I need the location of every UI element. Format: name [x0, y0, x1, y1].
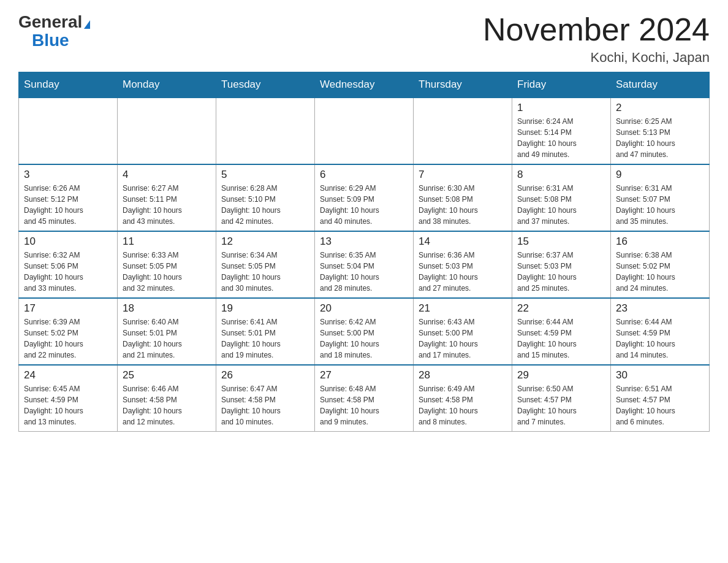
- day-info: Sunrise: 6:38 AM Sunset: 5:02 PM Dayligh…: [616, 250, 704, 294]
- day-number: 6: [320, 169, 408, 181]
- calendar-week-row: 24Sunrise: 6:45 AM Sunset: 4:59 PM Dayli…: [19, 365, 710, 432]
- calendar-cell: 22Sunrise: 6:44 AM Sunset: 4:59 PM Dayli…: [512, 298, 611, 365]
- calendar-cell: 12Sunrise: 6:34 AM Sunset: 5:05 PM Dayli…: [216, 231, 315, 298]
- day-number: 19: [221, 302, 309, 315]
- calendar-cell: [19, 98, 118, 164]
- day-number: 24: [24, 369, 112, 381]
- day-number: 8: [517, 169, 605, 181]
- calendar-cell: 4Sunrise: 6:27 AM Sunset: 5:11 PM Daylig…: [118, 164, 216, 231]
- calendar-cell: 30Sunrise: 6:51 AM Sunset: 4:57 PM Dayli…: [611, 365, 710, 432]
- day-info: Sunrise: 6:25 AM Sunset: 5:13 PM Dayligh…: [616, 116, 704, 160]
- day-info: Sunrise: 6:46 AM Sunset: 4:58 PM Dayligh…: [123, 383, 211, 427]
- day-number: 20: [320, 302, 408, 315]
- calendar-week-row: 1Sunrise: 6:24 AM Sunset: 5:14 PM Daylig…: [19, 98, 710, 164]
- day-number: 23: [616, 302, 704, 315]
- calendar-header-friday: Friday: [512, 72, 611, 98]
- calendar-cell: 13Sunrise: 6:35 AM Sunset: 5:04 PM Dayli…: [315, 231, 414, 298]
- calendar-week-row: 17Sunrise: 6:39 AM Sunset: 5:02 PM Dayli…: [19, 298, 710, 365]
- calendar-cell: 20Sunrise: 6:42 AM Sunset: 5:00 PM Dayli…: [315, 298, 414, 365]
- day-info: Sunrise: 6:49 AM Sunset: 4:58 PM Dayligh…: [419, 383, 507, 427]
- day-number: 2: [616, 102, 704, 114]
- day-number: 25: [123, 369, 211, 381]
- day-number: 4: [123, 169, 211, 181]
- calendar-cell: 24Sunrise: 6:45 AM Sunset: 4:59 PM Dayli…: [19, 365, 118, 432]
- calendar-cell: 15Sunrise: 6:37 AM Sunset: 5:03 PM Dayli…: [512, 231, 611, 298]
- calendar-cell: 17Sunrise: 6:39 AM Sunset: 5:02 PM Dayli…: [19, 298, 118, 365]
- calendar-cell: 11Sunrise: 6:33 AM Sunset: 5:05 PM Dayli…: [118, 231, 216, 298]
- day-number: 22: [517, 302, 605, 315]
- day-info: Sunrise: 6:30 AM Sunset: 5:08 PM Dayligh…: [419, 183, 507, 227]
- day-number: 7: [419, 169, 507, 181]
- calendar-cell: 6Sunrise: 6:29 AM Sunset: 5:09 PM Daylig…: [315, 164, 414, 231]
- calendar-cell: 23Sunrise: 6:44 AM Sunset: 4:59 PM Dayli…: [611, 298, 710, 365]
- day-number: 13: [320, 236, 408, 248]
- day-number: 29: [517, 369, 605, 381]
- calendar-cell: 27Sunrise: 6:48 AM Sunset: 4:58 PM Dayli…: [315, 365, 414, 432]
- logo: General Blue: [18, 12, 90, 50]
- logo-general-row: General: [18, 12, 90, 32]
- calendar-header-thursday: Thursday: [414, 72, 512, 98]
- calendar-week-row: 3Sunrise: 6:26 AM Sunset: 5:12 PM Daylig…: [19, 164, 710, 231]
- calendar-cell: 9Sunrise: 6:31 AM Sunset: 5:07 PM Daylig…: [611, 164, 710, 231]
- day-number: 10: [24, 236, 112, 248]
- logo-blue-row: Blue: [18, 31, 69, 50]
- calendar-header-monday: Monday: [118, 72, 216, 98]
- calendar-cell: 1Sunrise: 6:24 AM Sunset: 5:14 PM Daylig…: [512, 98, 611, 164]
- day-number: 21: [419, 302, 507, 315]
- calendar-week-row: 10Sunrise: 6:32 AM Sunset: 5:06 PM Dayli…: [19, 231, 710, 298]
- day-number: 16: [616, 236, 704, 248]
- logo-general-text: General: [18, 12, 82, 31]
- day-number: 14: [419, 236, 507, 248]
- calendar-cell: 14Sunrise: 6:36 AM Sunset: 5:03 PM Dayli…: [414, 231, 512, 298]
- day-info: Sunrise: 6:31 AM Sunset: 5:08 PM Dayligh…: [517, 183, 605, 227]
- day-number: 5: [221, 169, 309, 181]
- day-info: Sunrise: 6:24 AM Sunset: 5:14 PM Dayligh…: [517, 116, 605, 160]
- calendar-cell: 16Sunrise: 6:38 AM Sunset: 5:02 PM Dayli…: [611, 231, 710, 298]
- calendar-header-row: SundayMondayTuesdayWednesdayThursdayFrid…: [19, 72, 710, 98]
- day-info: Sunrise: 6:42 AM Sunset: 5:00 PM Dayligh…: [320, 316, 408, 361]
- calendar-cell: 2Sunrise: 6:25 AM Sunset: 5:13 PM Daylig…: [611, 98, 710, 164]
- title-section: November 2024 Kochi, Kochi, Japan: [483, 12, 710, 66]
- day-info: Sunrise: 6:47 AM Sunset: 4:58 PM Dayligh…: [221, 383, 309, 427]
- day-info: Sunrise: 6:35 AM Sunset: 5:04 PM Dayligh…: [320, 250, 408, 294]
- calendar-cell: 29Sunrise: 6:50 AM Sunset: 4:57 PM Dayli…: [512, 365, 611, 432]
- day-info: Sunrise: 6:39 AM Sunset: 5:02 PM Dayligh…: [24, 316, 112, 361]
- calendar-cell: 7Sunrise: 6:30 AM Sunset: 5:08 PM Daylig…: [414, 164, 512, 231]
- day-info: Sunrise: 6:44 AM Sunset: 4:59 PM Dayligh…: [517, 316, 605, 361]
- page-header: General Blue November 2024 Kochi, Kochi,…: [18, 12, 710, 66]
- logo-blue-text: Blue: [32, 31, 69, 50]
- day-info: Sunrise: 6:31 AM Sunset: 5:07 PM Dayligh…: [616, 183, 704, 227]
- calendar-cell: 10Sunrise: 6:32 AM Sunset: 5:06 PM Dayli…: [19, 231, 118, 298]
- day-info: Sunrise: 6:45 AM Sunset: 4:59 PM Dayligh…: [24, 383, 112, 427]
- day-number: 27: [320, 369, 408, 381]
- calendar-cell: [216, 98, 315, 164]
- month-title: November 2024: [483, 12, 710, 47]
- day-info: Sunrise: 6:28 AM Sunset: 5:10 PM Dayligh…: [221, 183, 309, 227]
- day-number: 26: [221, 369, 309, 381]
- calendar-cell: 26Sunrise: 6:47 AM Sunset: 4:58 PM Dayli…: [216, 365, 315, 432]
- calendar-table: SundayMondayTuesdayWednesdayThursdayFrid…: [18, 72, 710, 432]
- calendar-cell: 3Sunrise: 6:26 AM Sunset: 5:12 PM Daylig…: [19, 164, 118, 231]
- day-number: 28: [419, 369, 507, 381]
- day-info: Sunrise: 6:48 AM Sunset: 4:58 PM Dayligh…: [320, 383, 408, 427]
- calendar-header-sunday: Sunday: [19, 72, 118, 98]
- calendar-cell: 19Sunrise: 6:41 AM Sunset: 5:01 PM Dayli…: [216, 298, 315, 365]
- calendar-header-tuesday: Tuesday: [216, 72, 315, 98]
- day-info: Sunrise: 6:33 AM Sunset: 5:05 PM Dayligh…: [123, 250, 211, 294]
- day-number: 11: [123, 236, 211, 248]
- calendar-header-wednesday: Wednesday: [315, 72, 414, 98]
- day-info: Sunrise: 6:43 AM Sunset: 5:00 PM Dayligh…: [419, 316, 507, 361]
- calendar-cell: 28Sunrise: 6:49 AM Sunset: 4:58 PM Dayli…: [414, 365, 512, 432]
- day-info: Sunrise: 6:37 AM Sunset: 5:03 PM Dayligh…: [517, 250, 605, 294]
- day-number: 1: [517, 102, 605, 114]
- calendar-cell: 18Sunrise: 6:40 AM Sunset: 5:01 PM Dayli…: [118, 298, 216, 365]
- day-info: Sunrise: 6:29 AM Sunset: 5:09 PM Dayligh…: [320, 183, 408, 227]
- calendar-cell: [118, 98, 216, 164]
- calendar-cell: 5Sunrise: 6:28 AM Sunset: 5:10 PM Daylig…: [216, 164, 315, 231]
- day-number: 15: [517, 236, 605, 248]
- day-number: 17: [24, 302, 112, 315]
- day-info: Sunrise: 6:32 AM Sunset: 5:06 PM Dayligh…: [24, 250, 112, 294]
- day-info: Sunrise: 6:44 AM Sunset: 4:59 PM Dayligh…: [616, 316, 704, 361]
- location: Kochi, Kochi, Japan: [483, 50, 710, 66]
- calendar-cell: 25Sunrise: 6:46 AM Sunset: 4:58 PM Dayli…: [118, 365, 216, 432]
